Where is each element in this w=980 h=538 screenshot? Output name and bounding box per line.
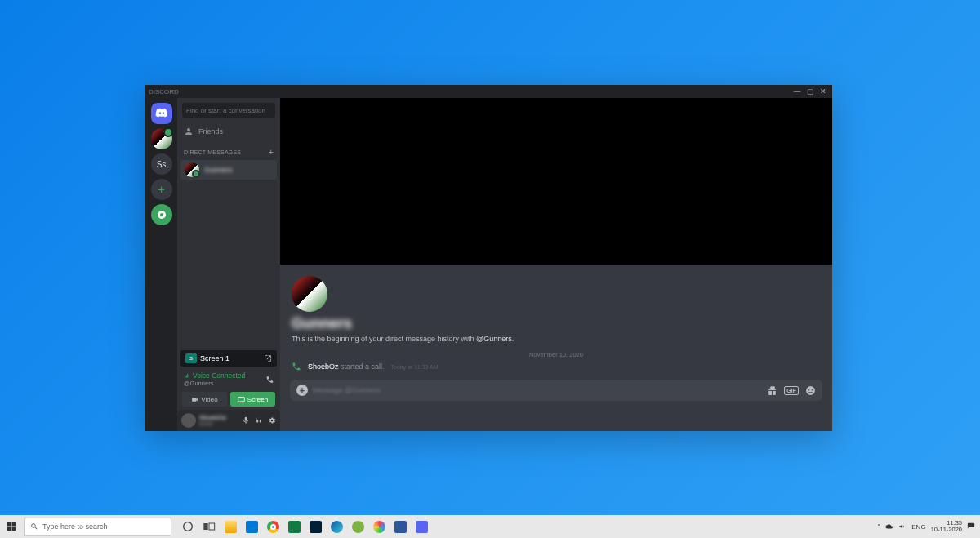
call-timestamp: Today at 11:33 AM	[391, 364, 439, 370]
video-call-area[interactable]	[280, 98, 832, 265]
channel-name: Gunners	[292, 315, 821, 332]
server-rail: Ss +	[145, 98, 177, 431]
svg-rect-3	[189, 373, 189, 378]
channel-avatar	[292, 276, 327, 312]
mute-icon[interactable]	[242, 416, 250, 425]
dm-item-name: Gunners	[204, 166, 233, 174]
dm-item-gunners[interactable]: Gunners	[180, 160, 277, 180]
add-server-button[interactable]: +	[151, 179, 172, 200]
voice-connected-label: Voice Connected	[184, 371, 245, 380]
explore-button[interactable]	[151, 204, 172, 225]
noise-suppression-icon[interactable]	[252, 376, 261, 384]
language-indicator[interactable]: ENG	[911, 523, 925, 531]
taskbar-search[interactable]: Type here to search	[24, 518, 172, 536]
chat-start: Gunners This is the beginning of your di…	[280, 265, 832, 346]
deafen-icon[interactable]	[255, 416, 263, 425]
taskbar-search-placeholder: Type here to search	[42, 522, 108, 531]
app-title: DISCORD	[149, 88, 179, 96]
find-conversation-input[interactable]: Find or start a conversation	[182, 103, 275, 118]
clock[interactable]: 11:35 10-11-2020	[931, 520, 962, 533]
user-panel: ShoebOz #0000	[177, 410, 280, 431]
svg-rect-1	[186, 375, 187, 377]
screen-button[interactable]: Screen	[230, 392, 275, 407]
dm-sidebar: Find or start a conversation Friends DIR…	[177, 98, 280, 431]
video-button[interactable]: Video	[182, 392, 227, 407]
word-icon[interactable]	[394, 520, 407, 533]
taskbar-apps	[181, 520, 428, 533]
search-placeholder: Find or start a conversation	[186, 107, 265, 114]
gif-button[interactable]: GIF	[784, 386, 799, 395]
chat-main: Gunners This is the beginning of your di…	[280, 98, 832, 431]
svg-point-8	[184, 522, 193, 531]
attach-button[interactable]: +	[296, 385, 308, 396]
history-start-text: This is the beginning of your direct mes…	[292, 335, 821, 343]
edge-icon[interactable]	[330, 520, 343, 533]
home-button[interactable]	[151, 103, 172, 124]
voice-channel-label: @Gunners	[184, 380, 245, 387]
create-dm-button[interactable]: +	[268, 147, 274, 157]
screen-thumb-icon: S	[185, 353, 197, 363]
svg-rect-2	[187, 374, 188, 378]
maximize-button[interactable]: ▢	[804, 87, 816, 96]
system-tray: ˄ ENG 11:35 10-11-2020	[877, 520, 980, 533]
start-button[interactable]	[0, 515, 23, 538]
dm-header-label: DIRECT MESSAGES	[184, 149, 241, 155]
user-tag: #0000	[199, 421, 226, 426]
discord-window: DISCORD — ▢ ✕ Ss + Find or start a conve…	[145, 85, 832, 431]
svg-rect-0	[185, 376, 185, 378]
user-avatar[interactable]	[181, 413, 196, 428]
close-button[interactable]: ✕	[817, 87, 829, 96]
explorer-icon[interactable]	[224, 520, 237, 533]
call-author: ShoebOz	[308, 362, 339, 371]
friends-button[interactable]: Friends	[177, 122, 280, 140]
settings-icon[interactable]	[268, 416, 276, 425]
tray-chevron-icon[interactable]: ˄	[877, 523, 880, 531]
avatar	[185, 162, 199, 177]
screen-share-label: Screen 1	[200, 354, 229, 362]
date-label: 10-11-2020	[931, 527, 962, 533]
onedrive-icon[interactable]	[885, 522, 893, 531]
app-icon-1[interactable]	[351, 520, 364, 533]
popout-icon[interactable]	[264, 354, 272, 362]
notifications-icon[interactable]	[967, 522, 975, 531]
app-body: Ss + Find or start a conversation Friend…	[145, 98, 832, 431]
svg-rect-7	[12, 527, 16, 531]
call-icon	[292, 362, 301, 371]
excel-icon[interactable]	[287, 520, 301, 533]
message-input[interactable]: + Message @Gunners GIF	[290, 380, 822, 401]
svg-rect-6	[7, 527, 11, 531]
windows-taskbar: Type here to search ˄ ENG 11:35 10-11-20…	[0, 515, 980, 538]
gift-icon[interactable]	[767, 385, 777, 396]
svg-rect-9	[203, 523, 207, 530]
voice-status-panel: Voice Connected @Gunners	[177, 370, 280, 389]
cortana-icon[interactable]	[181, 520, 194, 533]
server-item-gunners[interactable]	[151, 128, 172, 149]
volume-icon[interactable]	[898, 522, 906, 531]
minimize-button[interactable]: —	[791, 87, 803, 96]
date-divider: November 10, 2020	[280, 351, 832, 358]
call-action: started a call.	[339, 362, 385, 371]
mail-icon[interactable]	[245, 520, 258, 533]
search-icon	[30, 522, 38, 531]
discord-taskbar-icon[interactable]	[415, 520, 428, 533]
taskview-icon[interactable]	[203, 520, 216, 533]
disconnect-icon[interactable]	[265, 376, 274, 384]
call-message: ShoebOz started a call. Today at 11:33 A…	[280, 360, 832, 373]
svg-rect-5	[12, 522, 16, 527]
photoshop-icon[interactable]	[309, 520, 322, 533]
server-item-ss[interactable]: Ss	[151, 153, 172, 175]
chrome-icon[interactable]	[266, 520, 279, 533]
window-controls: — ▢ ✕	[791, 87, 829, 96]
user-name: ShoebOz	[199, 415, 226, 421]
svg-rect-10	[209, 523, 215, 530]
friends-icon	[184, 127, 194, 136]
emoji-icon[interactable]	[805, 385, 816, 396]
screen-share-panel[interactable]: S Screen 1	[180, 350, 277, 367]
call-buttons: Video Screen	[177, 389, 280, 410]
dm-section-header: DIRECT MESSAGES +	[177, 140, 280, 160]
svg-rect-4	[7, 522, 11, 527]
app-icon-2[interactable]	[372, 520, 385, 533]
titlebar: DISCORD — ▢ ✕	[145, 85, 832, 98]
friends-label: Friends	[198, 127, 223, 136]
compose-placeholder: Message @Gunners	[313, 386, 762, 394]
